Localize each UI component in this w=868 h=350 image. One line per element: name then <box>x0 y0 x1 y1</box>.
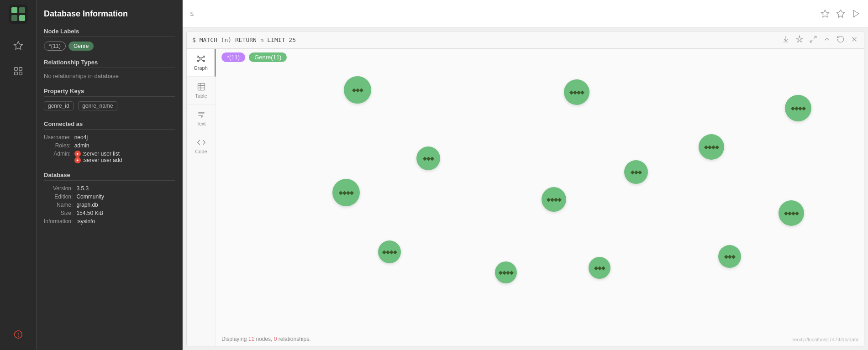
svg-rect-9 <box>19 72 21 75</box>
connected-as-grid: Username: neo4j Roles: admin Admin: ● :s… <box>44 134 175 163</box>
svg-rect-6 <box>14 68 17 70</box>
run-button[interactable] <box>852 9 861 18</box>
svg-marker-15 <box>853 10 859 17</box>
server-user-list-link[interactable]: ● :server user list <box>74 151 175 157</box>
result-body: Graph Table <box>187 49 864 346</box>
graph-node[interactable]: ◆◆◆ <box>344 76 371 104</box>
property-keys-title: Property Keys <box>44 88 175 97</box>
graph-node[interactable]: ◆◆◆◆ <box>332 179 360 206</box>
expand-button[interactable] <box>809 35 817 45</box>
badge-all-nodes[interactable]: *(11) <box>44 42 66 51</box>
graph-node[interactable]: ◆◆◆ <box>416 146 440 170</box>
tab-table-label: Table <box>195 93 207 99</box>
graph-canvas: ◆◆◆◆◆◆◆◆◆◆◆◆◆◆◆◆◆◆◆◆◆◆◆◆◆◆◆◆◆◆◆◆◆◆◆◆◆◆◆◆… <box>216 49 864 346</box>
svg-marker-14 <box>837 10 845 17</box>
size-value: 154.50 KiB <box>76 210 175 216</box>
result-tabs: Graph Table <box>187 49 216 346</box>
close-result-button[interactable] <box>850 35 858 45</box>
url-hint: neo4j://localhost:7474/db/data <box>791 337 858 342</box>
sidebar: Database Information Node Labels *(11) G… <box>37 0 183 350</box>
favorite-button[interactable] <box>821 9 830 18</box>
graph-node[interactable]: ◆◆◆◆ <box>542 187 566 212</box>
share-button[interactable] <box>836 9 845 18</box>
server-user-add-link[interactable]: ● :server user add <box>74 157 175 163</box>
version-label: Version: <box>44 185 73 192</box>
graph-node[interactable]: ◆◆◆◆ <box>699 134 724 160</box>
node-labels-badges: *(11) Genre <box>44 42 175 51</box>
tab-graph-label: Graph <box>194 65 208 71</box>
query-action-buttons <box>821 9 861 18</box>
tab-code[interactable]: Code <box>187 132 216 160</box>
db-name-value: graph.db <box>76 202 175 208</box>
graph-node[interactable]: ◆◆◆ <box>624 160 648 184</box>
connected-as-title: Connected as <box>44 120 175 130</box>
no-relationships-text: No relationships in database <box>44 73 175 79</box>
info-value: :sysinfo <box>76 218 175 225</box>
main-content: $ MATCH (n) RETURN n LIMIT 25 <box>183 0 868 350</box>
database-section: Database Version: 3.5.3 Edition: Communi… <box>44 172 175 225</box>
reset-button[interactable] <box>836 35 845 45</box>
svg-rect-1 <box>11 7 17 13</box>
svg-line-26 <box>201 57 203 58</box>
status-bar: Displaying 11 nodes, 0 relationships. <box>221 336 311 342</box>
prop-genre-name[interactable]: genre_name <box>78 101 117 110</box>
graph-node[interactable]: ◆◆◆◆ <box>785 95 811 121</box>
nav-search-icon[interactable] <box>10 63 26 79</box>
edition-value: Community <box>76 193 175 200</box>
version-value: 3.5.3 <box>76 185 175 192</box>
app-logo <box>9 5 28 24</box>
svg-marker-5 <box>14 42 22 49</box>
nav-error-icon[interactable] <box>10 326 26 343</box>
connected-as-section: Connected as Username: neo4j Roles: admi… <box>44 120 175 163</box>
roles-value: admin <box>74 142 175 149</box>
filter-row: *(11) Genre(11) <box>221 52 287 62</box>
tab-text[interactable]: Text <box>187 104 216 132</box>
graph-node[interactable]: ◆◆◆ <box>718 245 741 268</box>
query-input[interactable] <box>190 10 821 17</box>
svg-line-17 <box>810 40 812 42</box>
info-label: Information: <box>44 218 73 225</box>
badge-genre[interactable]: Genre <box>68 42 94 51</box>
filter-genre[interactable]: Genre(11) <box>249 52 287 62</box>
graph-node[interactable]: ◆◆◆◆ <box>378 240 401 263</box>
svg-line-25 <box>199 57 200 58</box>
svg-rect-2 <box>19 7 25 13</box>
prop-genre-id[interactable]: genre_id <box>44 101 74 110</box>
svg-point-22 <box>203 56 205 57</box>
property-keys-list: genre_id genre_name <box>44 101 175 112</box>
filter-all-nodes[interactable]: *(11) <box>221 52 245 62</box>
graph-area: *(11) Genre(11) ◆◆◆◆◆◆◆◆◆◆◆◆◆◆◆◆◆◆◆◆◆◆◆◆… <box>216 49 864 346</box>
nav-star-icon[interactable] <box>10 37 26 54</box>
username-label: Username: <box>44 134 71 141</box>
graph-node[interactable]: ◆◆◆ <box>589 257 610 279</box>
server-user-add-text: :server user add <box>83 157 122 163</box>
circle-icon-1: ● <box>74 151 81 157</box>
graph-node[interactable]: ◆◆◆◆ <box>495 261 517 283</box>
sidebar-title: Database Information <box>44 9 175 19</box>
svg-rect-29 <box>198 84 205 90</box>
graph-node[interactable]: ◆◆◆◆ <box>779 200 804 226</box>
rel-count: 0 <box>274 336 277 342</box>
tab-text-label: Text <box>196 121 205 126</box>
node-labels-section: Node Labels *(11) Genre <box>44 28 175 51</box>
svg-point-12 <box>18 336 18 336</box>
download-button[interactable] <box>782 35 790 45</box>
roles-label: Roles: <box>44 142 71 149</box>
tab-table[interactable]: Table <box>187 77 216 104</box>
graph-node[interactable]: ◆◆◆◆ <box>564 79 589 105</box>
db-name-label: Name: <box>44 202 73 208</box>
result-header-actions <box>782 35 858 45</box>
relationship-types-title: Relationship Types <box>44 59 175 68</box>
admin-links: ● :server user list ● :server user add <box>74 151 175 163</box>
tab-graph[interactable]: Graph <box>187 49 216 77</box>
svg-line-28 <box>201 60 203 61</box>
left-nav <box>0 0 37 350</box>
svg-rect-7 <box>19 68 21 70</box>
tab-code-label: Code <box>195 149 207 154</box>
username-value: neo4j <box>74 134 175 141</box>
pin-button[interactable] <box>795 35 804 45</box>
relationship-types-section: Relationship Types No relationships in d… <box>44 59 175 79</box>
svg-point-23 <box>197 60 198 62</box>
collapse-button[interactable] <box>823 35 831 45</box>
node-labels-title: Node Labels <box>44 28 175 37</box>
